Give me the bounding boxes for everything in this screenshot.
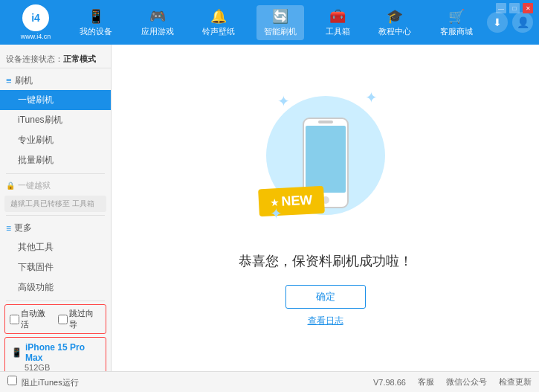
sidebar-item-zhuanye[interactable]: 专业刷机 <box>0 130 111 150</box>
sidebar-disabled-jailbreak: 🔒 一键越狱 <box>0 177 111 194</box>
sparkle-icon-topright: ✦ <box>365 89 378 106</box>
nav-item-工具箱[interactable]: 🧰工具箱 <box>318 5 358 40</box>
device-info: 📱 iPhone 15 Pro Max 512GB iPhone <box>4 337 106 371</box>
disabled-label: 一键越狱 <box>18 180 51 191</box>
minimize-button[interactable]: — <box>496 3 506 13</box>
nav-icon: 🔄 <box>272 8 288 25</box>
skip-guide-checkbox-label[interactable]: 跳过向导 <box>58 308 102 330</box>
bottom-left: 阻止iTunes运行 <box>7 376 79 388</box>
nav-icon: 🎓 <box>387 8 403 25</box>
sidebar: 设备连接状态：正常模式 ≡ 刷机 一键刷机 iTunes刷机 专业刷机 批量刷机… <box>0 45 112 371</box>
content-area: ✦ ✦ ✦ NEW 恭喜您，保资料刷机成功啦！ <box>112 45 539 371</box>
flash-section-header: ≡ 刷机 <box>0 71 111 90</box>
logo-icon: i4 <box>22 4 49 31</box>
lock-icon: 🔒 <box>6 181 15 190</box>
auto-activate-label: 自动激活 <box>21 308 54 330</box>
check-update-link[interactable]: 检查更新 <box>499 376 532 388</box>
top-right-controls: ⬇ 👤 <box>487 12 533 33</box>
auto-activate-checkbox[interactable] <box>10 315 19 324</box>
confirm-button[interactable]: 确定 <box>285 285 366 309</box>
checkbox-area: 自动激活 跳过向导 <box>4 304 106 334</box>
nav-icon: 🛒 <box>448 8 465 25</box>
sparkle-icon-topleft: ✦ <box>277 92 290 110</box>
device-storage: 512GB <box>11 363 100 371</box>
itunes-checkbox-label[interactable]: 阻止iTunes运行 <box>7 376 79 388</box>
wechat-link[interactable]: 微信公众号 <box>446 376 487 388</box>
main-layout: 设备连接状态：正常模式 ≡ 刷机 一键刷机 iTunes刷机 专业刷机 批量刷机… <box>0 45 539 371</box>
sidebar-item-yijian[interactable]: 一键刷机 <box>0 90 111 110</box>
nav-icon: 🎮 <box>149 8 166 25</box>
nav-item-智能刷机[interactable]: 🔄智能刷机 <box>256 5 304 40</box>
status-value: 正常模式 <box>63 54 96 63</box>
user-button[interactable]: 👤 <box>512 12 533 33</box>
device-icon: 📱 <box>11 347 22 358</box>
new-badge: NEW <box>258 186 325 217</box>
sidebar-note: 越狱工具已转移至 工具箱 <box>4 196 106 212</box>
maximize-button[interactable]: □ <box>509 3 520 13</box>
sidebar-item-other-tools[interactable]: 其他工具 <box>0 237 111 257</box>
sidebar-divider-2 <box>6 215 105 216</box>
sidebar-item-advanced[interactable]: 高级功能 <box>0 277 111 298</box>
sidebar-item-piliang[interactable]: 批量刷机 <box>0 150 111 170</box>
skip-guide-checkbox[interactable] <box>58 315 68 324</box>
itunes-checkbox[interactable] <box>7 376 17 385</box>
sidebar-item-download-firmware[interactable]: 下载固件 <box>0 257 111 277</box>
sidebar-divider-3 <box>6 301 105 301</box>
nav-item-客服商城[interactable]: 🛒客服商城 <box>433 5 480 40</box>
download-button[interactable]: ⬇ <box>487 12 508 33</box>
device-name: 📱 iPhone 15 Pro Max <box>11 342 100 363</box>
more-section-header: ≡ 更多 <box>0 219 111 237</box>
status-label: 设备连接状态： <box>6 54 63 63</box>
flash-section-label: 刷机 <box>15 74 33 87</box>
success-message: 恭喜您，保资料刷机成功啦！ <box>239 252 413 270</box>
bottom-bar: 阻止iTunes运行 V7.98.66 客服 微信公众号 检查更新 <box>0 371 539 392</box>
more-section-label: 更多 <box>14 222 32 234</box>
nav-item-应用游戏[interactable]: 🎮应用游戏 <box>134 5 181 40</box>
success-illustration: ✦ ✦ ✦ NEW <box>266 89 385 237</box>
phone-container: ✦ ✦ ✦ NEW <box>266 89 385 237</box>
window-controls: — □ ✕ <box>496 3 533 13</box>
nav-item-我的设备[interactable]: 📱我的设备 <box>72 5 120 40</box>
version-number: V7.98.66 <box>373 378 406 387</box>
svg-rect-2 <box>318 121 333 123</box>
bottom-version-area: V7.98.66 客服 微信公众号 检查更新 <box>373 376 532 388</box>
close-button[interactable]: ✕ <box>523 3 533 13</box>
nav-icon: 🧰 <box>329 8 346 25</box>
nav-items: 📱我的设备🎮应用游戏🔔铃声壁纸🔄智能刷机🧰工具箱🎓教程中心🛒客服商城 <box>65 5 487 40</box>
auto-activate-checkbox-label[interactable]: 自动激活 <box>10 308 54 330</box>
customer-service-link[interactable]: 客服 <box>418 376 434 388</box>
nav-item-铃声壁纸[interactable]: 🔔铃声壁纸 <box>195 5 242 40</box>
logo-area: i4 www.i4.cn <box>6 4 65 40</box>
logo-url: www.i4.cn <box>21 33 51 40</box>
sidebar-divider-1 <box>6 173 105 174</box>
more-section-icon: ≡ <box>6 223 11 234</box>
svg-rect-1 <box>306 126 346 193</box>
flash-section-icon: ≡ <box>6 75 12 86</box>
nav-item-教程中心[interactable]: 🎓教程中心 <box>371 5 419 40</box>
view-log-link[interactable]: 查看日志 <box>308 315 343 327</box>
skip-guide-label: 跳过向导 <box>69 308 102 330</box>
top-navigation: i4 www.i4.cn 📱我的设备🎮应用游戏🔔铃声壁纸🔄智能刷机🧰工具箱🎓教程… <box>0 0 539 45</box>
sidebar-item-itunes[interactable]: iTunes刷机 <box>0 110 111 130</box>
nav-icon: 🔔 <box>210 8 227 25</box>
sparkle-icon-bottomleft: ✦ <box>270 205 283 222</box>
nav-icon: 📱 <box>88 8 104 25</box>
connection-status: 设备连接状态：正常模式 <box>0 51 111 68</box>
itunes-label: 阻止iTunes运行 <box>22 378 79 387</box>
